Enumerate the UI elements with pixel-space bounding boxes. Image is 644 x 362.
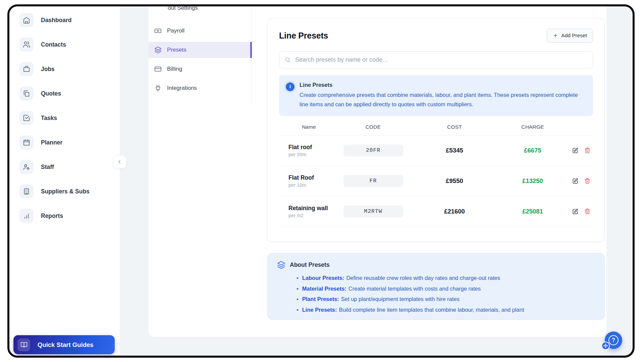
- add-preset-button[interactable]: Add Preset: [547, 28, 593, 43]
- preset-charge: £13250: [501, 177, 564, 185]
- about-item: •Plant Presets:Set up plant/equipment te…: [297, 294, 595, 305]
- settings-nav-label: Presets: [167, 47, 186, 53]
- quick-start-guides-label: Quick Start Guides: [38, 341, 94, 349]
- plus-icon: [553, 33, 558, 38]
- plug-icon: [154, 84, 162, 92]
- preset-unit: per m2: [288, 213, 339, 218]
- preset-name: Retaining wall: [288, 205, 339, 212]
- line-presets-card: Line Presets Add Preset i Line Presets C…: [267, 18, 605, 242]
- preset-unit: per 10m: [288, 182, 339, 188]
- about-item-term: Plant Presets:: [302, 296, 339, 302]
- about-item-desc: Create material templates with costs and…: [348, 286, 481, 292]
- move-icon: [603, 344, 608, 348]
- preset-cost: £5345: [408, 147, 501, 154]
- question-mark-icon: ?: [608, 335, 619, 345]
- sidebar: Dashboard Contacts Jobs: [9, 6, 120, 356]
- sidebar-item-label: Contacts: [41, 41, 66, 48]
- sidebar-item-reports[interactable]: Reports: [19, 209, 120, 223]
- sidebar-item-label: Reports: [41, 213, 63, 220]
- sidebar-item-planner[interactable]: Planner: [19, 135, 120, 149]
- about-item-desc: Set up plant/equipment templates with hi…: [341, 296, 460, 302]
- check-square-icon: [19, 111, 34, 125]
- edit-icon: [572, 178, 579, 184]
- trash-icon: [584, 178, 590, 184]
- sidebar-item-label: Planner: [41, 139, 62, 146]
- settings-nav-item-integrations[interactable]: Integrations: [149, 80, 252, 96]
- documents-icon: [19, 86, 34, 101]
- info-icon: i: [286, 82, 294, 91]
- preset-code-chip: FR: [343, 175, 403, 187]
- about-item: •Labour Presets:Define reusable crew rol…: [297, 273, 595, 284]
- delete-preset-button[interactable]: [584, 208, 590, 215]
- sidebar-item-dashboard[interactable]: Dashboard: [19, 13, 120, 27]
- preset-code-chip: 20FR: [343, 144, 403, 157]
- about-item-term: Material Presets:: [302, 286, 346, 292]
- briefcase-icon: [19, 62, 34, 76]
- about-item: •Line Presets:Build complete line item t…: [297, 305, 595, 315]
- sidebar-item-contacts[interactable]: Contacts: [19, 38, 120, 52]
- settings-nav-item-clipped[interactable]: out Settings: [168, 5, 198, 11]
- sidebar-item-label: Staff: [41, 164, 54, 171]
- table-row: Flat roof per 20m 20FR £5345 £6675: [279, 135, 593, 166]
- delete-preset-button[interactable]: [584, 178, 590, 184]
- preset-code-chip: M2RTW: [343, 205, 403, 218]
- app-window-frame: Dashboard Contacts Jobs: [7, 4, 635, 358]
- building-icon: [19, 184, 34, 198]
- table-row: Retaining wall per m2 M2RTW £21600 £2508…: [279, 196, 593, 227]
- table-row: Flat Roof per 10m FR £9550 £13250: [279, 166, 593, 196]
- settings-nav-item-payroll[interactable]: Payroll: [149, 23, 252, 39]
- settings-nav-label: Billing: [167, 66, 182, 72]
- sidebar-item-label: Dashboard: [41, 17, 71, 24]
- about-item-term: Line Presets:: [302, 307, 337, 313]
- sidebar-item-staff[interactable]: Staff: [19, 160, 120, 174]
- settings-page-panel: out Settings Payroll Presets Billing: [149, 6, 606, 337]
- bar-chart-icon: [19, 209, 34, 223]
- info-banner-body: Create comprehensive presets that combin…: [300, 90, 585, 109]
- settings-nav-item-presets[interactable]: Presets: [149, 42, 252, 58]
- sidebar-item-quotes[interactable]: Quotes: [19, 86, 120, 101]
- trash-icon: [584, 208, 590, 215]
- info-banner: i Line Presets Create comprehensive pres…: [279, 75, 593, 116]
- delete-preset-button[interactable]: [584, 147, 590, 154]
- sidebar-item-suppliers[interactable]: Suppliers & Subs: [19, 184, 120, 198]
- about-item-term: Labour Presets:: [302, 275, 344, 281]
- book-open-icon: [17, 339, 30, 351]
- info-banner-title: Line Presets: [300, 82, 585, 88]
- search-icon: [284, 57, 291, 63]
- edit-preset-button[interactable]: [572, 147, 579, 154]
- search-bar: [279, 51, 593, 68]
- calendar-icon: [19, 135, 34, 149]
- sidebar-item-tasks[interactable]: Tasks: [19, 111, 120, 125]
- preset-cost: £21600: [408, 208, 501, 215]
- about-item-desc: Build complete line item templates that …: [339, 307, 524, 313]
- edit-preset-button[interactable]: [572, 208, 579, 215]
- home-icon: [19, 13, 34, 27]
- column-header-name: Name: [279, 124, 339, 130]
- settings-nav-item-billing[interactable]: Billing: [149, 61, 252, 77]
- about-presets-card: About Presets •Labour Presets:Define reu…: [267, 253, 605, 320]
- quick-start-guides-button[interactable]: Quick Start Guides: [13, 335, 115, 354]
- settings-nav-label: Integrations: [167, 85, 197, 92]
- preset-name: Flat roof: [288, 144, 339, 151]
- sidebar-collapse-button[interactable]: [113, 155, 126, 169]
- sidebar-item-label: Jobs: [41, 66, 55, 73]
- banknote-icon: [154, 27, 162, 35]
- sidebar-item-label: Quotes: [41, 90, 61, 97]
- bullet-icon: •: [297, 296, 299, 302]
- bullet-icon: •: [297, 275, 299, 281]
- bullet-icon: •: [297, 286, 299, 292]
- drag-handle-badge[interactable]: [601, 342, 610, 350]
- add-preset-label: Add Preset: [561, 33, 587, 39]
- sidebar-nav: Dashboard Contacts Jobs: [9, 13, 120, 223]
- about-item: •Material Presets:Create material templa…: [297, 284, 595, 294]
- sidebar-item-jobs[interactable]: Jobs: [19, 62, 120, 76]
- edit-preset-button[interactable]: [572, 178, 579, 184]
- trash-icon: [584, 147, 590, 154]
- chevron-left-icon: [117, 159, 122, 165]
- preset-unit: per 20m: [288, 152, 339, 157]
- about-title: About Presets: [290, 261, 330, 268]
- search-input[interactable]: [279, 51, 593, 68]
- edit-icon: [572, 208, 579, 215]
- users-icon: [19, 38, 34, 52]
- edit-icon: [572, 147, 579, 154]
